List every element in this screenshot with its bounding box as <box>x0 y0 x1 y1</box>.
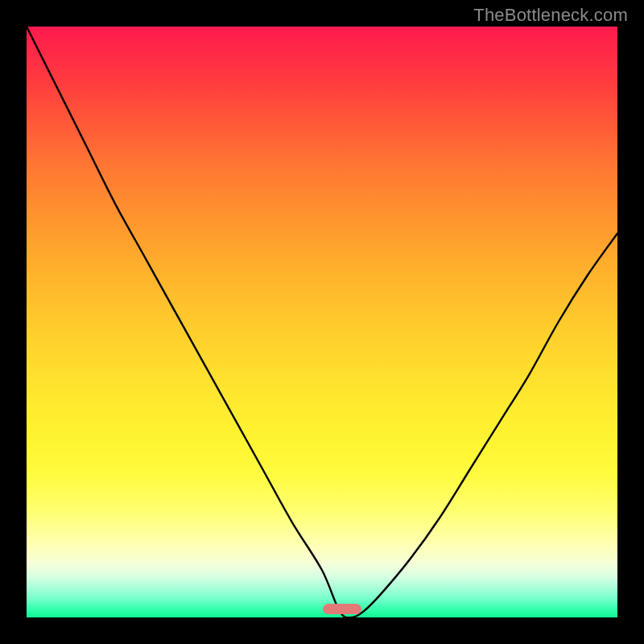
minimum-marker <box>323 604 361 614</box>
watermark-text: TheBottleneck.com <box>473 5 628 26</box>
bottleneck-curve <box>27 27 617 617</box>
outer-frame: TheBottleneck.com <box>0 0 644 644</box>
plot-area <box>27 27 617 617</box>
